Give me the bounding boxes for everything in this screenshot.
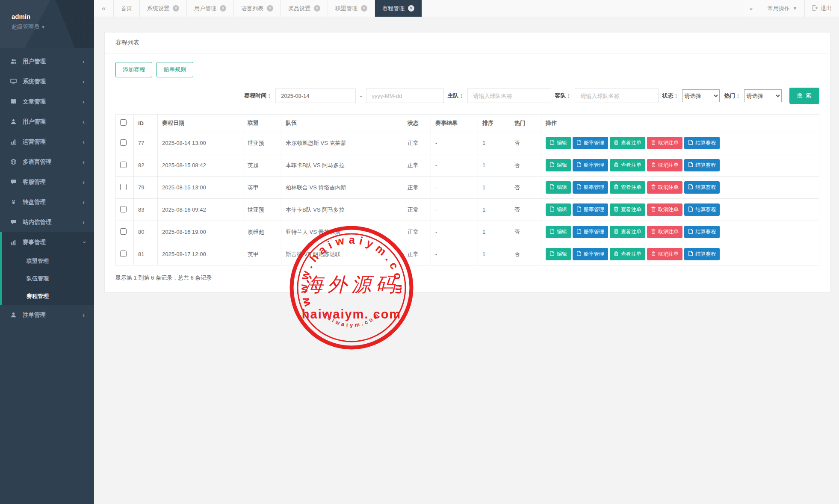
action-button-赔率管理[interactable]: 赔率管理 (573, 159, 608, 171)
comment-icon (10, 219, 18, 225)
sidebar-section-0: 用户管理‹ (0, 51, 94, 71)
action-button-编辑[interactable]: 编辑 (546, 248, 571, 260)
action-button-编辑[interactable]: 编辑 (546, 137, 571, 149)
action-button-编辑[interactable]: 编辑 (546, 159, 571, 171)
search-button[interactable]: 搜 索 (789, 88, 819, 104)
tab-close-icon[interactable]: × (408, 5, 414, 12)
action-button-查看注单[interactable]: 查看注单 (610, 181, 645, 194)
action-button-查看注单[interactable]: 查看注单 (610, 159, 645, 171)
action-button-结算赛程[interactable]: 结算赛程 (684, 181, 720, 194)
action-button-取消注单[interactable]: 取消注单 (647, 248, 682, 260)
tab-close-icon[interactable]: × (361, 5, 367, 12)
common-actions-menu[interactable]: 常用操作▼ (760, 0, 804, 17)
sidebar-item-用户管理[interactable]: 用户管理‹ (0, 112, 94, 132)
logout-button[interactable]: 退出 (804, 0, 839, 17)
action-button-查看注单[interactable]: 查看注单 (610, 203, 645, 216)
sidebar-section-6: 客服管理‹ (0, 172, 94, 192)
away-team-input[interactable] (575, 88, 659, 103)
tab-语言列表[interactable]: 语言列表× (234, 0, 281, 17)
trash-icon (651, 184, 656, 191)
row-checkbox[interactable] (120, 251, 127, 257)
sidebar-item-用户管理[interactable]: 用户管理‹ (0, 51, 94, 71)
action-button-结算赛程[interactable]: 结算赛程 (684, 203, 720, 216)
sidebar-item-转盘管理[interactable]: ¥转盘管理‹ (0, 192, 94, 212)
sidebar-item-文章管理[interactable]: 文章管理‹ (0, 91, 94, 112)
action-button-label: 结算赛程 (695, 184, 716, 191)
tab-奖品设置[interactable]: 奖品设置× (281, 0, 328, 17)
sidebar-section-3: 用户管理‹ (0, 112, 94, 132)
sort-cell: 1 (478, 221, 510, 243)
action-button-取消注单[interactable]: 取消注单 (647, 159, 682, 171)
action-button-赔率管理[interactable]: 赔率管理 (573, 203, 608, 216)
user-icon (10, 118, 18, 125)
action-button-取消注单[interactable]: 取消注单 (647, 226, 682, 238)
action-button-结算赛程[interactable]: 结算赛程 (684, 248, 720, 260)
action-button-查看注单[interactable]: 查看注单 (610, 137, 645, 149)
action-button-编辑[interactable]: 编辑 (546, 181, 571, 194)
date-to-input[interactable] (366, 88, 444, 103)
sidebar-item-多语言管理[interactable]: 多语言管理‹ (0, 152, 94, 172)
tab-系统设置[interactable]: 系统设置× (140, 0, 187, 17)
sidebar-item-站内信管理[interactable]: 站内信管理‹ (0, 212, 94, 232)
id-cell: 83 (134, 199, 158, 221)
action-button-赔率管理[interactable]: 赔率管理 (573, 248, 608, 260)
action-button-取消注单[interactable]: 取消注单 (647, 203, 682, 216)
sidebar-subitem-赛程管理[interactable]: 赛程管理 (2, 287, 94, 305)
sidebar-subitem-队伍管理[interactable]: 队伍管理 (2, 270, 94, 287)
hot-select[interactable]: 请选择 (744, 89, 782, 102)
row-checkbox[interactable] (120, 228, 127, 235)
action-button-label: 赔率管理 (584, 184, 604, 191)
panel-title: 赛程列表 (105, 32, 830, 53)
row-checkbox[interactable] (120, 206, 127, 212)
tabs-scroll-right-button[interactable]: » (742, 0, 760, 17)
action-button-查看注单[interactable]: 查看注单 (610, 248, 645, 260)
date-cell: 2025-08-15 13:00 (158, 177, 243, 199)
sidebar-item-label: 赛事管理 (23, 239, 46, 246)
table-head: ID赛程日期联盟队伍状态赛事结果排序热门操作 (116, 115, 819, 132)
add-schedule-button[interactable]: 添加赛程 (115, 62, 152, 77)
sidebar-item-系统管理[interactable]: 系统管理‹ (0, 71, 94, 91)
sidebar-subitem-联盟管理[interactable]: 联盟管理 (2, 252, 94, 270)
tab-用户管理[interactable]: 用户管理× (187, 0, 234, 17)
user-role-dropdown[interactable]: 超级管理员▼ (12, 23, 94, 31)
action-button-赔率管理[interactable]: 赔率管理 (573, 226, 608, 238)
sidebar-item-运营管理[interactable]: 运营管理‹ (0, 132, 94, 152)
chevron-left-icon: ‹ (83, 218, 85, 226)
action-button-赔率管理[interactable]: 赔率管理 (573, 137, 608, 149)
desktop-icon (10, 78, 18, 85)
date-from-input[interactable] (275, 88, 356, 103)
sidebar-item-赛事管理[interactable]: 赛事管理‹ (2, 232, 94, 252)
row-checkbox[interactable] (120, 184, 127, 190)
select-all-checkbox[interactable] (120, 119, 127, 126)
action-button-编辑[interactable]: 编辑 (546, 203, 571, 216)
action-button-取消注单[interactable]: 取消注单 (647, 137, 682, 149)
chevron-left-icon: ‹ (83, 98, 85, 105)
tab-首页[interactable]: 首页 (114, 0, 140, 17)
sidebar-item-注单管理[interactable]: 注单管理‹ (0, 305, 94, 325)
tab-close-icon[interactable]: × (314, 5, 320, 12)
home-team-input[interactable] (467, 88, 551, 103)
sidebar-item-客服管理[interactable]: 客服管理‹ (0, 172, 94, 192)
status-select[interactable]: 请选择 (682, 89, 720, 102)
odds-rules-button[interactable]: 赔率规则 (157, 62, 193, 77)
action-button-赔率管理[interactable]: 赔率管理 (573, 181, 608, 194)
actions-cell: 编辑赔率管理查看注单取消注单结算赛程 (541, 221, 819, 243)
action-button-结算赛程[interactable]: 结算赛程 (684, 137, 720, 149)
action-button-取消注单[interactable]: 取消注单 (647, 181, 682, 194)
tab-联盟管理[interactable]: 联盟管理× (328, 0, 375, 17)
chevron-left-icon: ‹ (83, 311, 85, 318)
tab-close-icon[interactable]: × (220, 5, 226, 12)
trash-icon (614, 206, 619, 213)
tab-close-icon[interactable]: × (173, 5, 179, 12)
tab-close-icon[interactable]: × (267, 5, 273, 12)
action-button-结算赛程[interactable]: 结算赛程 (684, 159, 720, 171)
action-button-结算赛程[interactable]: 结算赛程 (684, 226, 720, 238)
book-icon (10, 98, 18, 105)
tabs-scroll-left-button[interactable]: « (94, 0, 114, 17)
action-button-查看注单[interactable]: 查看注单 (610, 226, 645, 238)
row-checkbox[interactable] (120, 139, 127, 146)
row-checkbox[interactable] (120, 162, 127, 168)
sidebar-section-7: ¥转盘管理‹ (0, 192, 94, 212)
tab-赛程管理[interactable]: 赛程管理× (375, 0, 422, 17)
action-button-编辑[interactable]: 编辑 (546, 226, 571, 238)
